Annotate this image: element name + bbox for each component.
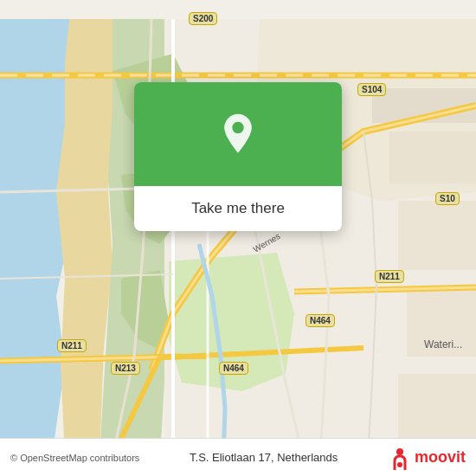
svg-rect-4 <box>398 201 476 270</box>
svg-point-11 <box>397 462 402 467</box>
route-badge-s200: S200 <box>189 12 217 25</box>
popup-card: Take me there <box>134 82 342 231</box>
route-badge-n464-right: N464 <box>306 314 335 327</box>
route-badge-n211-right: N211 <box>375 270 404 283</box>
svg-rect-3 <box>389 132 476 183</box>
bottom-bar: © OpenStreetMap contributors T.S. Eliotl… <box>0 438 476 476</box>
route-badge-n211-left: N211 <box>57 339 87 352</box>
map-background: Wateri... Wernes <box>0 0 476 476</box>
address-text: T.S. Eliotlaan 17, Netherlands <box>190 451 338 464</box>
svg-point-10 <box>396 448 403 455</box>
route-badge-s104: S104 <box>357 83 386 96</box>
moovit-brand-icon <box>388 446 412 470</box>
map-container: Wateri... Wernes S200 S104 N211 N211 N21… <box>0 0 476 476</box>
location-pin-icon <box>216 113 260 156</box>
bottom-bar-left: © OpenStreetMap contributors <box>10 453 139 463</box>
route-badge-n464-left: N464 <box>219 362 248 375</box>
popup-button-section[interactable]: Take me there <box>134 186 342 231</box>
moovit-brand-text: moovit <box>415 448 466 466</box>
osm-copyright: © OpenStreetMap contributors <box>10 453 139 463</box>
svg-text:Wateri...: Wateri... <box>424 338 462 351</box>
popup-green-header <box>134 82 342 186</box>
svg-point-9 <box>232 122 243 133</box>
route-badge-n213: N213 <box>111 362 140 375</box>
moovit-logo: moovit <box>388 446 466 470</box>
take-me-there-button[interactable]: Take me there <box>184 196 292 221</box>
route-badge-s10: S10 <box>435 192 460 205</box>
